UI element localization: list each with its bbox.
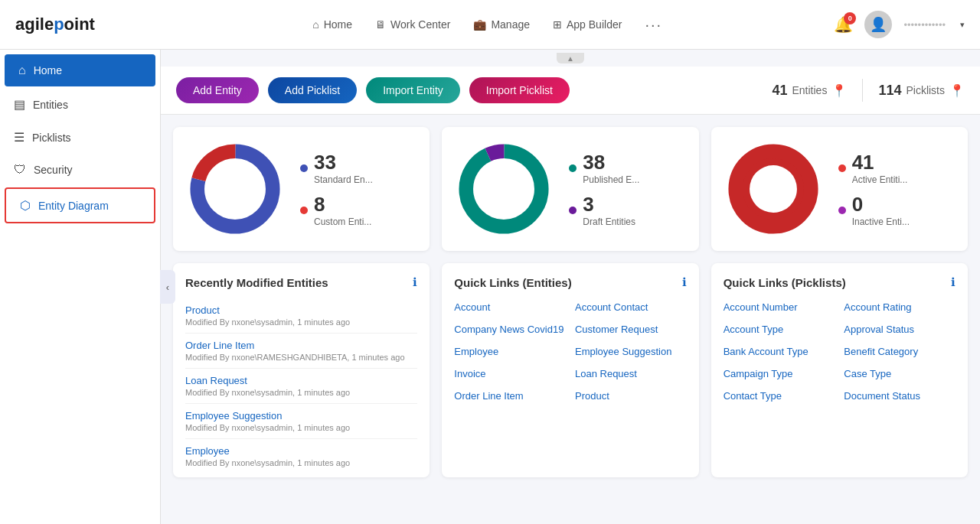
recent-link-product[interactable]: Product [185,304,220,316]
legend-published: 38 Published E... [569,151,639,185]
picklists-label: Picklists [906,84,945,96]
active-count: 41 [852,151,908,174]
charts-row: 33 Standard En... 8 Custom Enti... [173,127,968,251]
quick-link-product[interactable]: Product [575,387,687,405]
svg-point-2 [211,165,259,213]
sidebar-item-entity-diagram[interactable]: ⬡ Entity Diagram [5,187,155,223]
recent-meta-employeesuggestion: Modified By nxone\sysadmin, 1 minutes ag… [185,423,417,432]
recent-link-employeesuggestion[interactable]: Employee Suggestion [185,410,282,421]
home-nav-label: Home [324,18,352,31]
quick-link-account-contact[interactable]: Account Contact [575,298,687,316]
sidebar-collapse-button[interactable]: ‹ [160,270,175,304]
legend-dot-draft [569,207,577,214]
add-picklist-button[interactable]: Add Picklist [268,77,357,103]
quick-link-employee-suggestion[interactable]: Employee Suggestion [575,343,687,360]
nav-appbuilder[interactable]: ⊞ App Builder [553,18,622,31]
sidebar: ⌂ Home ▤ Entities ☰ Picklists 🛡 Security… [0,50,161,524]
import-picklist-button[interactable]: Import Picklist [469,77,570,103]
grid-icon: ⊞ [553,18,562,31]
nav-home[interactable]: ⌂ Home [312,18,352,31]
quick-link-campaign-type[interactable]: Campaign Type [724,365,835,382]
standard-label: Standard En... [314,174,373,185]
quick-link-account-rating[interactable]: Account Rating [844,298,956,316]
published-count: 38 [583,151,639,174]
appbuilder-nav-label: App Builder [567,18,622,31]
home-sidebar-icon: ⌂ [18,63,26,77]
sidebar-item-security[interactable]: 🛡 Security [0,154,160,186]
donut-active [724,139,823,239]
toolbar: Add Entity Add Picklist Import Entity Im… [161,67,980,115]
entity-diagram-sidebar-icon: ⬡ [20,198,31,213]
quick-link-contact-type[interactable]: Contact Type [724,387,835,405]
recently-modified-title: Recently Modified Entities [185,276,328,289]
sidebar-item-entities[interactable]: ▤ Entities [0,88,160,121]
manage-nav-label: Manage [491,18,530,31]
quick-link-account-number[interactable]: Account Number [724,298,835,316]
inactive-count: 0 [852,193,910,216]
donut-svg-publish [454,139,554,239]
published-label: Published E... [583,174,639,185]
quick-link-customer-request[interactable]: Customer Request [575,321,687,338]
draft-label: Draft Entities [583,216,635,227]
picklists-sidebar-icon: ☰ [14,130,24,145]
quick-link-case-type[interactable]: Case Type [844,365,956,382]
recent-link-loanrequest[interactable]: Loan Request [185,375,247,386]
legend-custom: 8 Custom Enti... [300,193,373,227]
list-item: Employee Modified By nxone\sysadmin, 1 m… [185,439,417,474]
chart-legend-active: 41 Active Entiti... 0 Inactive Enti... [838,151,910,227]
sidebar-entities-label: Entities [33,99,68,111]
quick-link-invoice[interactable]: Invoice [454,365,566,382]
donut-entity-types [185,139,285,239]
nav-manage[interactable]: 💼 Manage [473,18,530,31]
quick-link-account[interactable]: Account [454,298,566,316]
quick-link-company-news[interactable]: Company News Covid19 [454,321,566,338]
quick-links-picklists-info-icon[interactable]: ℹ [951,275,956,289]
recent-link-orderlineitem[interactable]: Order Line Item [185,340,254,351]
recent-link-employee[interactable]: Employee [185,445,230,457]
legend-dot-custom [300,207,308,214]
recently-modified-header: Recently Modified Entities ℹ [185,275,417,289]
quick-link-document-status[interactable]: Document Status [844,387,956,405]
recent-meta-product: Modified By nxone\sysadmin, 1 minutes ag… [185,317,417,327]
import-entity-button[interactable]: Import Entity [366,77,460,103]
quick-link-employee[interactable]: Employee [454,343,566,360]
quick-link-approval-status[interactable]: Approval Status [844,321,956,338]
quick-link-benefit-category[interactable]: Benefit Category [844,343,956,360]
chevron-left-icon: ‹ [166,282,169,293]
user-name: •••••••••••• [903,19,946,31]
user-avatar[interactable]: 👤 [864,11,892,38]
custom-label: Custom Enti... [314,216,371,227]
entities-label: Entities [792,84,827,96]
picklists-stat-icon: 📍 [949,83,965,98]
recently-modified-info-icon[interactable]: ℹ [413,275,417,289]
sidebar-item-picklists[interactable]: ☰ Picklists [0,121,160,154]
quick-link-loan-request[interactable]: Loan Request [575,365,687,382]
user-dropdown-arrow[interactable]: ▾ [960,20,965,30]
entities-stat-icon: 📍 [831,83,847,98]
home-nav-icon: ⌂ [312,18,318,31]
person-icon: 👤 [870,16,887,33]
legend-active: 41 Active Entiti... [838,151,910,185]
notifications-button[interactable]: 🔔 0 [834,15,853,34]
quick-links-picklists-grid: Account Number Account Rating Account Ty… [724,298,956,405]
quick-link-order-line-item[interactable]: Order Line Item [454,387,566,405]
nav-more-button[interactable]: ··· [645,16,662,34]
toolbar-collapse-button[interactable]: ▲ [557,53,584,63]
legend-dot-active [838,164,846,172]
sidebar-home-label: Home [34,64,62,76]
donut-svg-types [185,139,285,239]
legend-dot-standard [300,164,308,172]
logo-text: agilepoint [15,15,95,34]
nav-workcenter[interactable]: 🖥 Work Center [375,18,450,31]
recent-meta-orderlineitem: Modified By nxone\RAMESHGANDHIBETA, 1 mi… [185,353,417,362]
list-item: Product Modified By nxone\sysadmin, 1 mi… [185,298,417,334]
sidebar-item-home[interactable]: ⌂ Home [5,54,155,86]
draft-count: 3 [583,193,635,216]
quick-links-entities-info-icon[interactable]: ℹ [682,275,687,289]
donut-publish [454,139,554,239]
add-entity-button[interactable]: Add Entity [176,77,259,103]
quick-link-account-type[interactable]: Account Type [724,321,835,338]
entities-stat: 41 Entities 📍 [772,83,847,99]
quick-link-bank-account-type[interactable]: Bank Account Type [724,343,835,360]
chart-publish-status: 38 Published E... 3 Draft Entities [442,127,698,251]
